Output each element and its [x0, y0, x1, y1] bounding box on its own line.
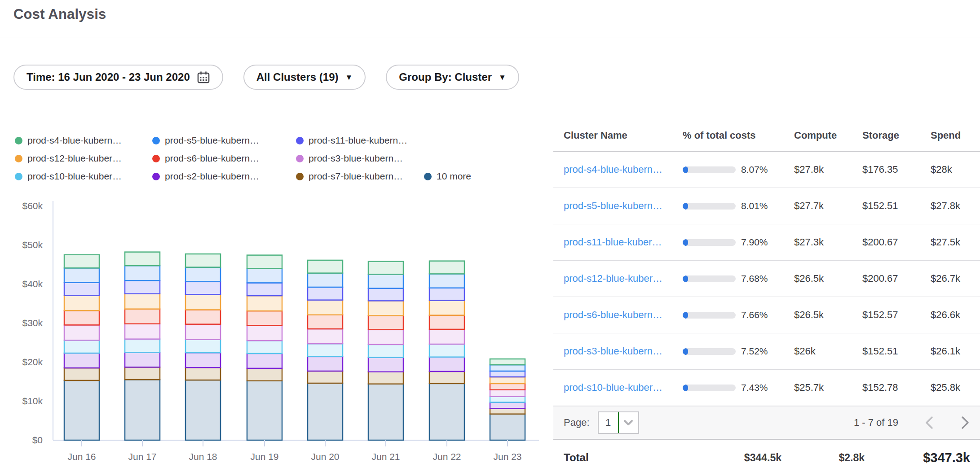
bar-segment[interactable]	[64, 268, 99, 282]
cluster-filter-dropdown[interactable]: All Clusters (19) ▼	[243, 65, 366, 90]
bar-segment[interactable]	[125, 309, 160, 324]
legend-item[interactable]: prod-s6-blue-kubern…	[152, 149, 296, 167]
bar-segment[interactable]	[490, 390, 525, 397]
time-range-button[interactable]: Time: 16 Jun 2020 - 23 Jun 2020	[13, 65, 223, 90]
bar-segment[interactable]	[247, 283, 282, 296]
bar-segment[interactable]	[429, 371, 464, 384]
legend-item[interactable]: prod-s12-blue-kuber…	[15, 149, 152, 167]
bar-segment[interactable]	[308, 273, 343, 287]
legend-item[interactable]: prod-s3-blue-kubern…	[296, 149, 424, 167]
bar-segment[interactable]	[185, 294, 221, 310]
bar-segment[interactable]	[429, 261, 464, 274]
bar-segment[interactable]	[490, 384, 525, 390]
bar-segment[interactable]	[125, 280, 160, 294]
bar-segment[interactable]	[64, 255, 99, 268]
cluster-link[interactable]: prod-s3-blue-kubern…	[564, 345, 662, 357]
bar-segment[interactable]	[64, 283, 99, 296]
bar-segment[interactable]	[368, 315, 403, 329]
bar-segment[interactable]	[308, 383, 343, 440]
bar-segment[interactable]	[308, 344, 343, 357]
bar-segment[interactable]	[308, 371, 343, 383]
legend-item[interactable]: prod-s10-blue-kuber…	[15, 167, 152, 185]
bar-segment[interactable]	[247, 268, 282, 283]
bar-segment[interactable]	[308, 357, 343, 371]
bar-segment[interactable]	[429, 315, 464, 329]
bar-segment[interactable]	[247, 354, 282, 368]
bar-segment[interactable]	[368, 274, 403, 288]
bar-segment[interactable]	[429, 329, 464, 344]
bar-segment[interactable]	[185, 254, 221, 267]
bar-segment[interactable]	[247, 255, 282, 269]
bar-segment[interactable]	[429, 301, 464, 315]
bar-segment[interactable]	[247, 381, 282, 440]
bar-segment[interactable]	[185, 267, 221, 282]
bar-segment[interactable]	[429, 357, 464, 371]
bar-segment[interactable]	[429, 288, 464, 301]
bar-segment[interactable]	[429, 384, 464, 440]
bar-segment[interactable]	[125, 367, 160, 380]
bar-segment[interactable]	[247, 311, 282, 325]
bar-segment[interactable]	[490, 397, 525, 402]
bar-segment[interactable]	[125, 294, 160, 309]
bar-segment[interactable]	[429, 344, 464, 357]
bar-segment[interactable]	[308, 260, 343, 273]
bar-segment[interactable]	[64, 380, 99, 440]
bar-segment[interactable]	[308, 329, 343, 344]
bar-segment[interactable]	[490, 414, 525, 440]
bar-segment[interactable]	[308, 287, 343, 300]
bar-segment[interactable]	[490, 377, 525, 384]
bar-segment[interactable]	[368, 358, 403, 372]
bar-segment[interactable]	[490, 371, 525, 377]
bar-segment[interactable]	[64, 340, 99, 353]
next-page-button[interactable]	[960, 415, 970, 430]
bar-segment[interactable]	[490, 359, 525, 365]
bar-segment[interactable]	[185, 367, 221, 380]
legend-item[interactable]: prod-s11-blue-kubern…	[296, 131, 424, 149]
cluster-link[interactable]: prod-s10-blue-kuber…	[564, 382, 662, 393]
cluster-link[interactable]: prod-s12-blue-kuber…	[564, 273, 662, 284]
bar-segment[interactable]	[368, 301, 403, 315]
bar-segment[interactable]	[490, 409, 525, 414]
bar-segment[interactable]	[247, 325, 282, 341]
bar-segment[interactable]	[185, 353, 221, 367]
legend-item[interactable]: prod-s4-blue-kubern…	[15, 131, 152, 149]
legend-item[interactable]: prod-s5-blue-kubern…	[152, 131, 296, 149]
bar-segment[interactable]	[125, 324, 160, 339]
cluster-link[interactable]: prod-s4-blue-kubern…	[564, 164, 662, 175]
bar-segment[interactable]	[64, 310, 99, 325]
bar-segment[interactable]	[490, 402, 525, 409]
bar-segment[interactable]	[185, 380, 221, 440]
bar-segment[interactable]	[368, 372, 403, 384]
bar-segment[interactable]	[64, 353, 99, 368]
bar-segment[interactable]	[125, 252, 160, 266]
bar-segment[interactable]	[185, 310, 221, 324]
cluster-link[interactable]: prod-s11-blue-kuber…	[564, 236, 662, 248]
group-by-dropdown[interactable]: Group By: Cluster ▼	[386, 65, 519, 90]
bar-segment[interactable]	[247, 368, 282, 381]
bar-segment[interactable]	[308, 300, 343, 315]
bar-segment[interactable]	[185, 340, 221, 353]
bar-segment[interactable]	[125, 380, 160, 440]
bar-segment[interactable]	[185, 324, 221, 340]
bar-segment[interactable]	[64, 295, 99, 310]
bar-segment[interactable]	[368, 330, 403, 345]
bar-segment[interactable]	[64, 325, 99, 340]
cluster-link[interactable]: prod-s5-blue-kubern…	[564, 200, 662, 211]
bar-segment[interactable]	[64, 368, 99, 380]
bar-segment[interactable]	[490, 365, 525, 371]
legend-item[interactable]: prod-s2-blue-kubern…	[152, 167, 296, 185]
legend-item[interactable]: prod-s7-blue-kubern…	[296, 167, 424, 185]
page-select[interactable]: 1	[598, 411, 639, 434]
bar-segment[interactable]	[368, 288, 403, 301]
bar-segment[interactable]	[125, 266, 160, 280]
previous-page-button[interactable]	[924, 415, 934, 430]
legend-item[interactable]: 10 more	[424, 167, 471, 185]
bar-segment[interactable]	[125, 352, 160, 367]
bar-segment[interactable]	[247, 296, 282, 311]
bar-segment[interactable]	[125, 339, 160, 353]
bar-segment[interactable]	[247, 341, 282, 354]
bar-segment[interactable]	[368, 262, 403, 275]
bar-segment[interactable]	[429, 274, 464, 288]
bar-segment[interactable]	[368, 345, 403, 358]
bar-segment[interactable]	[368, 384, 403, 440]
